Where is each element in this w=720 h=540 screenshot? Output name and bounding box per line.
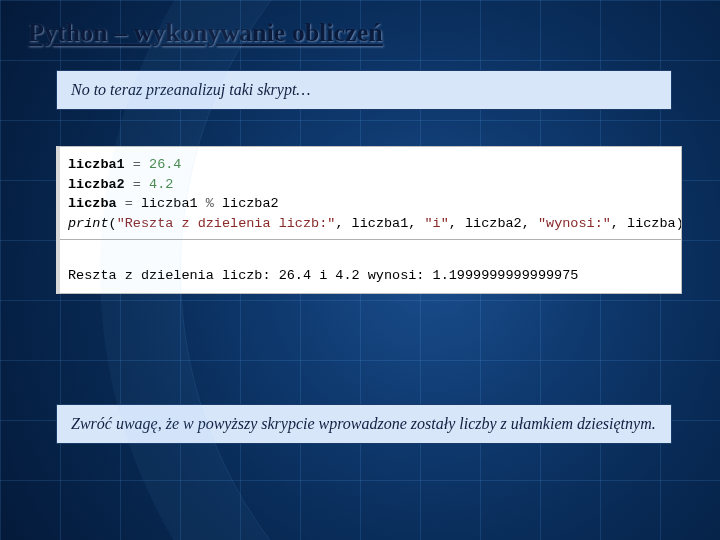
code-output: Reszta z dzielenia liczb: 26.4 i 4.2 wyn… xyxy=(68,268,578,283)
code-token: = xyxy=(125,177,149,192)
code-block: liczba1 = 26.4 liczba2 = 4.2 liczba = li… xyxy=(56,146,682,294)
code-token: liczba2 xyxy=(222,196,279,211)
code-token: "wynosi:" xyxy=(538,216,611,231)
code-token: , xyxy=(449,216,465,231)
code-token: 4.2 xyxy=(149,177,173,192)
slide: Python – wykonywanie obliczeń No to tera… xyxy=(0,0,720,540)
code-token: liczba2 xyxy=(465,216,522,231)
code-token: , xyxy=(522,216,538,231)
code-token: 26.4 xyxy=(149,157,181,172)
code-token: liczba1 xyxy=(141,196,198,211)
code-token: liczba1 xyxy=(352,216,409,231)
code-token: print xyxy=(68,216,109,231)
page-title: Python – wykonywanie obliczeń xyxy=(28,18,692,48)
code-token: liczba1 xyxy=(68,157,125,172)
code-token: = xyxy=(125,157,149,172)
code-token: liczba2 xyxy=(68,177,125,192)
code-token: % xyxy=(198,196,222,211)
note-top: No to teraz przeanalizuj taki skrypt… xyxy=(56,70,672,110)
code-divider xyxy=(60,239,681,240)
code-token: , xyxy=(335,216,351,231)
code-token: "Reszta z dzielenia liczb:" xyxy=(117,216,336,231)
code-token: liczba xyxy=(627,216,676,231)
code-token: ( xyxy=(109,216,117,231)
note-bottom: Zwróć uwagę, że w powyższy skrypcie wpro… xyxy=(56,404,672,444)
code-token: = xyxy=(117,196,141,211)
code-token: , xyxy=(408,216,424,231)
code-token: , xyxy=(611,216,627,231)
code-token: "i" xyxy=(425,216,449,231)
code-token: liczba xyxy=(68,196,117,211)
code-token: ) xyxy=(676,216,682,231)
